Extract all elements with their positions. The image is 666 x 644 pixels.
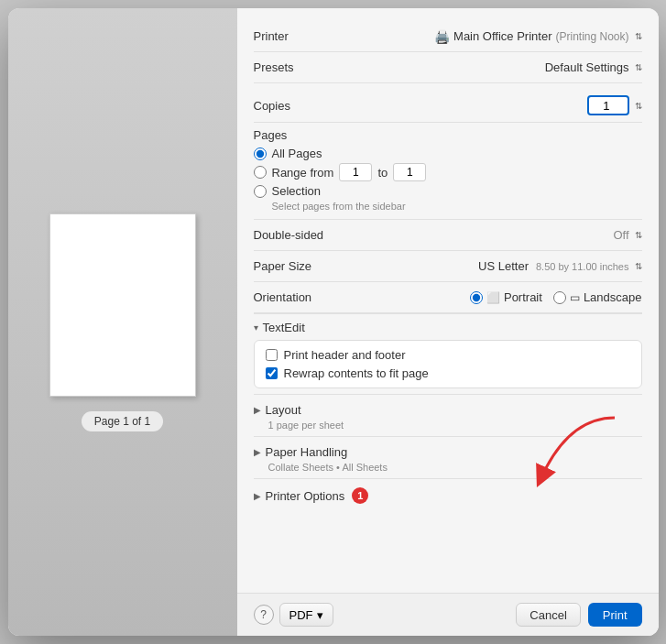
orientation-row: Orientation ⬜ Portrait ▭ Landscape — [254, 282, 642, 313]
double-sided-label: Double-sided — [254, 228, 373, 242]
presets-dropdown-icon[interactable]: ⇅ — [635, 62, 642, 72]
selection-radio[interactable] — [254, 185, 267, 198]
range-from-input[interactable] — [339, 163, 372, 181]
printer-options-title: Printer Options — [266, 489, 345, 503]
range-from-label: Range from — [272, 166, 334, 180]
orientation-group: ⬜ Portrait ▭ Landscape — [470, 290, 642, 304]
pdf-arrow-icon: ▾ — [317, 608, 323, 622]
paper-size-name: US Letter — [478, 259, 529, 273]
printer-value: 🖨️ Main Office Printer (Printing Nook) ⇅ — [373, 29, 642, 44]
print-header-label: Print header and footer — [284, 348, 406, 362]
presets-label: Presets — [254, 60, 373, 74]
printer-options-row: Printer Options 1 — [266, 487, 369, 504]
print-header-checkbox[interactable] — [266, 349, 278, 361]
layout-section: ▶ Layout 1 page per sheet — [254, 394, 642, 436]
presets-text: Default Settings — [545, 60, 629, 74]
rewrap-checkbox[interactable] — [266, 367, 278, 379]
page-preview — [49, 213, 196, 397]
footer-right: Cancel Print — [516, 603, 641, 627]
selection-label: Selection — [272, 184, 321, 198]
all-pages-radio[interactable] — [254, 147, 267, 160]
double-sided-row: Double-sided Off ⇅ — [254, 220, 642, 251]
paper-size-row: Paper Size US Letter 8.50 by 11.00 inche… — [254, 251, 642, 282]
paper-handling-title: Paper Handling — [266, 445, 348, 459]
printer-name: Main Office Printer — [453, 29, 551, 43]
range-to-label: to — [377, 166, 388, 180]
layout-subtitle: 1 page per sheet — [268, 420, 642, 431]
portrait-radio[interactable] — [470, 291, 483, 304]
double-sided-dropdown-icon[interactable]: ⇅ — [635, 230, 642, 240]
pdf-label: PDF — [289, 608, 313, 622]
copies-value: ⇅ — [373, 95, 642, 115]
portrait-label: Portrait — [504, 290, 542, 304]
pages-section: Pages All Pages Range from to Selection … — [254, 123, 642, 220]
landscape-radio[interactable] — [553, 291, 566, 304]
presets-value: Default Settings ⇅ — [373, 60, 642, 74]
selection-option: Selection — [254, 184, 642, 198]
range-to-input[interactable] — [393, 163, 426, 181]
textedit-collapse-arrow: ▾ — [254, 322, 258, 333]
pages-title: Pages — [254, 128, 642, 142]
presets-row: Presets Default Settings ⇅ — [254, 52, 642, 83]
double-sided-value: Off ⇅ — [373, 228, 642, 242]
print-button[interactable]: Print — [588, 603, 642, 627]
pdf-button[interactable]: PDF ▾ — [279, 603, 333, 627]
paper-handling-collapse-arrow: ▶ — [254, 447, 261, 457]
preview-panel: Page 1 of 1 — [8, 8, 237, 636]
paper-handling-section: ▶ Paper Handling Collate Sheets • All Sh… — [254, 436, 642, 478]
print-header-row: Print header and footer — [266, 348, 630, 362]
textedit-title: TextEdit — [263, 321, 305, 334]
rewrap-row: Rewrap contents to fit page — [266, 366, 630, 380]
paper-handling-subtitle: Collate Sheets • All Sheets — [268, 462, 642, 473]
range-option: Range from to — [254, 163, 642, 181]
landscape-option: ▭ Landscape — [553, 290, 642, 304]
copies-input[interactable] — [587, 95, 629, 115]
printer-row: Printer 🖨️ Main Office Printer (Printing… — [254, 21, 642, 52]
paper-handling-header[interactable]: ▶ Paper Handling — [254, 442, 642, 462]
orientation-value: ⬜ Portrait ▭ Landscape — [373, 290, 642, 304]
printer-sub: (Printing Nook) — [555, 30, 628, 43]
printer-options-badge: 1 — [352, 487, 368, 504]
landscape-label: Landscape — [584, 290, 642, 304]
copies-stepper-icon[interactable]: ⇅ — [635, 101, 642, 111]
print-dialog: Page 1 of 1 Printer 🖨️ Main Office Print… — [8, 8, 659, 636]
layout-header[interactable]: ▶ Layout — [254, 400, 642, 420]
orientation-label: Orientation — [254, 290, 373, 304]
textedit-body: Print header and footer Rewrap contents … — [254, 340, 642, 388]
textedit-section: ▾ TextEdit Print header and footer Rewra… — [254, 313, 642, 394]
printer-dropdown-icon[interactable]: ⇅ — [635, 31, 642, 41]
range-radio[interactable] — [254, 166, 267, 179]
double-sided-off: Off — [613, 228, 628, 242]
copies-row: Copies ⇅ — [254, 89, 642, 123]
paper-size-sub: 8.50 by 11.00 inches — [536, 261, 629, 272]
textedit-header[interactable]: ▾ TextEdit — [254, 318, 642, 340]
portrait-icon: ⬜ — [486, 291, 500, 304]
printer-options-section: ▶ Printer Options 1 — [254, 478, 642, 512]
settings-panel: Printer 🖨️ Main Office Printer (Printing… — [237, 8, 659, 636]
help-button[interactable]: ? — [254, 605, 274, 625]
all-pages-label: All Pages — [272, 147, 322, 160]
selection-hint: Select pages from the sidebar — [272, 201, 642, 212]
printer-icon: 🖨️ — [434, 29, 450, 44]
footer-left: ? PDF ▾ — [254, 603, 509, 627]
printer-label: Printer — [254, 29, 373, 43]
paper-size-dropdown-icon[interactable]: ⇅ — [635, 261, 642, 271]
page-label: Page 1 of 1 — [82, 411, 163, 431]
paper-size-label: Paper Size — [254, 259, 373, 273]
landscape-icon: ▭ — [570, 291, 580, 304]
cancel-button[interactable]: Cancel — [516, 603, 580, 627]
printer-options-collapse-arrow: ▶ — [254, 491, 261, 501]
portrait-option: ⬜ Portrait — [470, 290, 542, 304]
layout-collapse-arrow: ▶ — [254, 405, 261, 415]
printer-options-header[interactable]: ▶ Printer Options 1 — [254, 485, 642, 507]
rewrap-label: Rewrap contents to fit page — [284, 366, 429, 380]
copies-label: Copies — [254, 99, 373, 113]
paper-size-value: US Letter 8.50 by 11.00 inches ⇅ — [373, 259, 642, 273]
all-pages-option: All Pages — [254, 147, 642, 160]
settings-scroll: Printer 🖨️ Main Office Printer (Printing… — [237, 8, 659, 593]
layout-title: Layout — [266, 403, 301, 417]
footer: ? PDF ▾ Cancel Print — [237, 593, 659, 636]
